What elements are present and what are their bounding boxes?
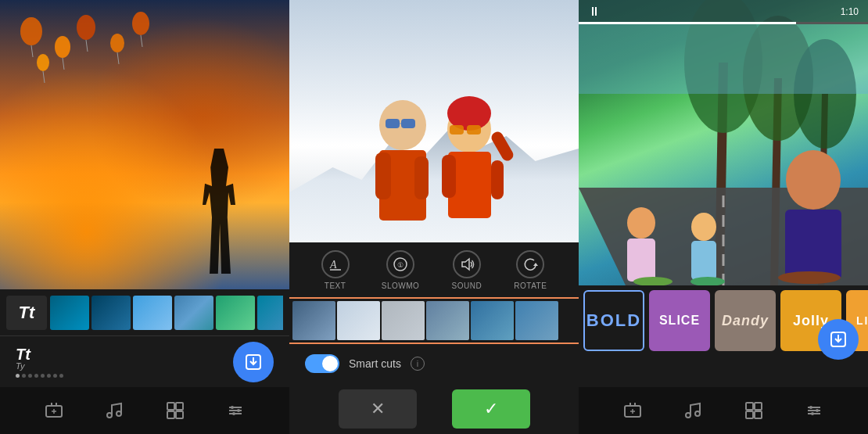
svg-rect-81 <box>746 411 753 418</box>
gallery-button-3[interactable] <box>744 401 763 420</box>
sound-tool-icon <box>459 256 475 272</box>
svg-point-78 <box>695 411 700 416</box>
rotate-tool[interactable]: ROTATE <box>514 250 547 290</box>
smart-cuts-toggle[interactable] <box>305 354 339 373</box>
bottom-toolbar-1: Tt Ty <box>0 336 289 387</box>
svg-point-88 <box>811 412 814 415</box>
settings-button-1[interactable] <box>226 401 245 420</box>
text-icon: A <box>321 250 350 278</box>
text-tool[interactable]: A TEXT <box>321 250 350 290</box>
filmstrip-thumb-3[interactable] <box>133 296 172 330</box>
add-clip-button-1[interactable] <box>45 401 63 420</box>
slowmo-tool[interactable]: ① SLOWMO <box>382 250 420 290</box>
svg-marker-50 <box>462 259 469 270</box>
svg-line-1 <box>31 45 33 57</box>
svg-line-7 <box>117 52 119 64</box>
dot-3 <box>28 374 32 378</box>
confirm-button[interactable]: ✓ <box>452 389 530 429</box>
music-button-3[interactable] <box>683 401 702 420</box>
music-icon <box>105 401 124 420</box>
sound-tool[interactable]: SOUND <box>451 250 482 290</box>
svg-point-4 <box>77 15 95 40</box>
people-decoration <box>340 86 528 242</box>
svg-rect-40 <box>450 125 464 135</box>
svg-point-86 <box>809 406 812 409</box>
bottom-icons-row-3 <box>579 387 868 434</box>
slowmo-icon: ① <box>386 250 414 278</box>
panel-1: Tt Tt Ty <box>0 0 289 434</box>
filmstrip-2-thumb-6[interactable] <box>515 301 558 340</box>
download-icon <box>244 353 263 371</box>
filmstrip-2-thumb-4[interactable] <box>426 301 469 340</box>
style-dandy-tile[interactable]: Dandy <box>715 290 776 351</box>
svg-rect-44 <box>491 160 504 199</box>
gallery-button-1[interactable] <box>166 401 185 420</box>
svg-line-9 <box>141 35 142 47</box>
filmstrip-thumb-4[interactable] <box>174 296 213 330</box>
svg-rect-82 <box>755 411 762 418</box>
main-photo-1 <box>0 0 289 289</box>
panel-2: A TEXT ① SLOWMO S <box>289 0 579 434</box>
gallery-icon-3 <box>744 401 763 420</box>
gallery-icon <box>166 401 185 420</box>
fab-button-1[interactable] <box>233 342 274 382</box>
sound-label: SOUND <box>451 282 482 290</box>
filmstrip-1 <box>50 296 283 330</box>
svg-rect-24 <box>176 411 183 418</box>
filmstrip-2-thumb-2[interactable] <box>337 301 380 340</box>
svg-rect-43 <box>442 155 456 198</box>
svg-marker-51 <box>533 263 538 266</box>
edit-tools: A TEXT ① SLOWMO S <box>289 242 579 297</box>
svg-point-6 <box>110 34 124 52</box>
bottom-icons-row-1 <box>0 387 289 434</box>
svg-point-10 <box>37 54 49 71</box>
filmstrip-2-thumb-3[interactable] <box>382 301 425 340</box>
progress-fill-3 <box>579 22 796 24</box>
filmstrip-thumb-2[interactable] <box>91 296 131 330</box>
svg-point-19 <box>107 413 112 418</box>
smart-cuts-row: Smart cuts i <box>289 344 579 383</box>
people-svg <box>340 86 528 242</box>
cancel-button[interactable]: ✕ <box>339 389 417 429</box>
filmstrip-thumb-5[interactable] <box>216 296 255 330</box>
panel-2-bottom: ✕ ✓ <box>289 383 579 434</box>
text-label: TEXT <box>325 282 346 290</box>
progress-bar-3[interactable] <box>579 22 868 24</box>
dot-8 <box>59 374 63 378</box>
settings-button-3[interactable] <box>805 401 823 420</box>
dot-4 <box>34 374 38 378</box>
rotate-label: ROTATE <box>514 282 547 290</box>
settings-icon <box>226 401 245 420</box>
text-tool-display: Tt Ty <box>16 346 233 378</box>
svg-rect-22 <box>176 403 183 410</box>
toolbar-1: Tt <box>0 289 289 336</box>
svg-point-2 <box>55 36 70 58</box>
music-button-1[interactable] <box>105 401 124 420</box>
svg-point-87 <box>816 409 819 412</box>
svg-rect-37 <box>414 156 429 199</box>
dot-1 <box>16 374 20 378</box>
filmstrip-thumb-1[interactable] <box>50 296 89 330</box>
svg-point-30 <box>232 412 235 415</box>
tt-sub-label: Ty <box>16 362 24 371</box>
filmstrip-2-thumb-1[interactable] <box>292 301 335 340</box>
add-clip-icon-3 <box>623 401 642 420</box>
style-slice-tile[interactable]: SLICE <box>649 290 710 351</box>
style-bold-tile[interactable]: BOLD <box>583 290 644 351</box>
filmstrip-thumb-6[interactable] <box>257 296 283 330</box>
main-photo-3: ⏸ 1:10 <box>579 0 868 285</box>
pause-button[interactable]: ⏸ <box>588 5 601 19</box>
svg-point-28 <box>231 406 234 409</box>
add-clip-button-3[interactable] <box>623 401 642 420</box>
fab-button-3[interactable] <box>818 319 859 360</box>
filmstrip-2-thumb-5[interactable] <box>471 301 514 340</box>
smart-cuts-info-icon[interactable]: i <box>411 357 425 371</box>
text-tool-button[interactable]: Tt <box>6 296 47 330</box>
dot-6 <box>47 374 51 378</box>
dot-5 <box>41 374 45 378</box>
svg-point-8 <box>132 12 149 35</box>
sound-icon <box>453 250 481 278</box>
svg-line-3 <box>63 58 64 70</box>
svg-text:A: A <box>329 259 337 271</box>
svg-point-0 <box>20 17 42 45</box>
